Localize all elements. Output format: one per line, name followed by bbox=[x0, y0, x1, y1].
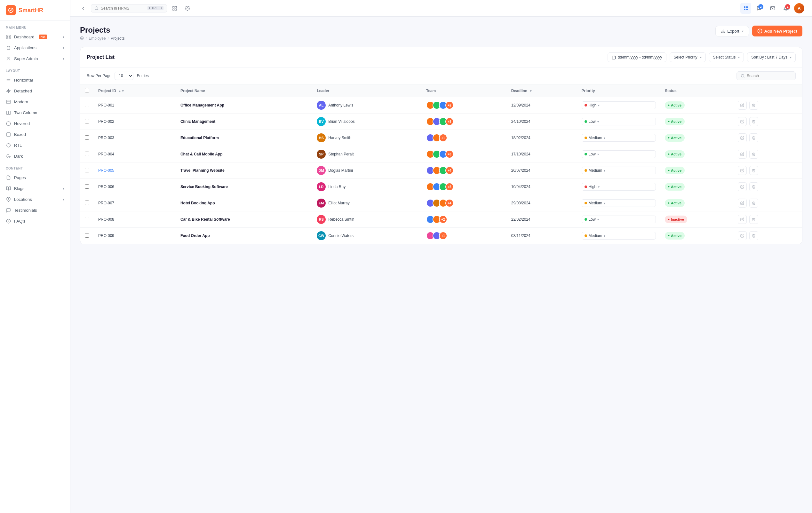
messages-button[interactable]: 2 bbox=[754, 3, 765, 14]
priority-dropdown[interactable]: Low ▾ bbox=[582, 118, 656, 125]
logo[interactable]: SmartHR bbox=[0, 0, 70, 21]
sort-filter-button[interactable]: Sort By : Last 7 Days ▾ bbox=[747, 53, 796, 62]
edit-button[interactable] bbox=[738, 231, 747, 240]
row-priority: Medium ▾ bbox=[577, 130, 661, 146]
priority-chevron: ▾ bbox=[598, 185, 600, 189]
row-actions-cell bbox=[733, 162, 802, 179]
leader-name: Harvey Smith bbox=[328, 135, 351, 140]
topbar-grid-button[interactable] bbox=[740, 3, 751, 14]
priority-filter-button[interactable]: Select Priority ▾ bbox=[670, 53, 706, 62]
sidebar-item-blogs[interactable]: Blogs ▾ bbox=[0, 183, 70, 194]
edit-button[interactable] bbox=[738, 150, 747, 159]
status-badge: Active bbox=[665, 232, 685, 240]
sidebar-item-dashboard[interactable]: Dashboard Hot ▾ bbox=[0, 31, 70, 42]
row-per-page-select[interactable]: 10 25 50 100 bbox=[115, 72, 134, 80]
sidebar-item-locations[interactable]: Locations ▾ bbox=[0, 194, 70, 205]
project-list-card: Project List dd/mm/yyyy - dd/mm/yyyy Sel… bbox=[80, 47, 803, 244]
row-checkbox[interactable] bbox=[85, 201, 89, 205]
sidebar-item-testimonials[interactable]: Testimonials bbox=[0, 205, 70, 216]
delete-button[interactable] bbox=[749, 215, 758, 224]
row-deadline: 12/09/2024 bbox=[507, 97, 577, 114]
sidebar-item-super-admin-label: Super Admin bbox=[14, 56, 38, 61]
priority-chevron: ▾ bbox=[598, 103, 600, 107]
status-filter-button[interactable]: Select Status ▾ bbox=[709, 53, 744, 62]
delete-button[interactable] bbox=[749, 166, 758, 175]
svg-point-25 bbox=[187, 8, 188, 9]
sidebar-item-dark[interactable]: Dark bbox=[0, 151, 70, 161]
edit-button[interactable] bbox=[738, 101, 747, 110]
priority-dropdown[interactable]: Medium ▾ bbox=[582, 167, 656, 174]
row-checkbox[interactable] bbox=[85, 184, 89, 189]
row-status: Active bbox=[660, 179, 733, 195]
delete-button[interactable] bbox=[749, 133, 758, 142]
sidebar-item-detached[interactable]: Detached bbox=[0, 85, 70, 96]
project-table-wrapper: Project ID ▲▼ Project Name Leader Team D… bbox=[80, 85, 802, 244]
sidebar-item-rtl-label: RTL bbox=[14, 143, 22, 148]
project-id-sort-icon[interactable]: ▲▼ bbox=[118, 89, 124, 93]
testimonials-icon bbox=[6, 208, 11, 213]
select-all-checkbox[interactable] bbox=[85, 88, 89, 92]
sidebar-item-pages[interactable]: Pages bbox=[0, 172, 70, 183]
sidebar-item-horizontal[interactable]: Horizontal bbox=[0, 74, 70, 85]
grid-view-button[interactable] bbox=[170, 3, 180, 13]
settings-button[interactable] bbox=[182, 3, 193, 13]
row-status: Active bbox=[660, 130, 733, 146]
row-priority: Medium ▾ bbox=[577, 228, 661, 244]
priority-dropdown[interactable]: Medium ▾ bbox=[582, 134, 656, 142]
notifications-button[interactable]: 1 bbox=[781, 3, 791, 14]
row-checkbox[interactable] bbox=[85, 135, 89, 140]
sidebar-item-hovered[interactable]: Hovered bbox=[0, 118, 70, 129]
svg-rect-26 bbox=[744, 6, 746, 8]
edit-button[interactable] bbox=[738, 199, 747, 208]
table-search-input[interactable] bbox=[747, 73, 791, 78]
sidebar-item-super-admin[interactable]: Super Admin ▾ bbox=[0, 53, 70, 64]
row-checkbox[interactable] bbox=[85, 103, 89, 107]
delete-button[interactable] bbox=[749, 117, 758, 126]
add-icon bbox=[757, 28, 762, 34]
avatar[interactable]: A bbox=[794, 3, 804, 13]
row-deadline: 29/08/2024 bbox=[507, 195, 577, 211]
delete-button[interactable] bbox=[749, 150, 758, 159]
edit-button[interactable] bbox=[738, 182, 747, 191]
sidebar-item-boxed[interactable]: Boxed bbox=[0, 129, 70, 140]
row-checkbox[interactable] bbox=[85, 217, 89, 221]
sidebar-item-rtl[interactable]: RTL bbox=[0, 140, 70, 151]
delete-button[interactable] bbox=[749, 199, 758, 208]
priority-dropdown[interactable]: Medium ▾ bbox=[582, 232, 656, 240]
row-checkbox-cell bbox=[80, 114, 94, 130]
priority-dropdown[interactable]: Low ▾ bbox=[582, 150, 656, 158]
edit-button[interactable] bbox=[738, 133, 747, 142]
priority-dropdown[interactable]: High ▾ bbox=[582, 101, 656, 109]
search-input[interactable] bbox=[101, 6, 146, 10]
sidebar-item-applications[interactable]: Applications ▾ bbox=[0, 42, 70, 53]
sidebar-item-two-column[interactable]: Two Column bbox=[0, 107, 70, 118]
add-project-button[interactable]: Add New Project bbox=[752, 26, 803, 36]
row-checkbox[interactable] bbox=[85, 233, 89, 238]
row-checkbox[interactable] bbox=[85, 119, 89, 123]
locations-icon bbox=[6, 197, 11, 202]
delete-button[interactable] bbox=[749, 231, 758, 240]
sidebar-item-modern[interactable]: Modern bbox=[0, 96, 70, 107]
date-filter-button[interactable]: dd/mm/yyyy - dd/mm/yyyy bbox=[608, 53, 666, 62]
priority-dropdown[interactable]: Low ▾ bbox=[582, 216, 656, 223]
priority-dropdown[interactable]: Medium ▾ bbox=[582, 199, 656, 207]
table-row: PRO-009 Food Order App CW Connie Waters … bbox=[80, 228, 802, 244]
sidebar-item-horizontal-label: Horizontal bbox=[14, 78, 33, 83]
delete-button[interactable] bbox=[749, 182, 758, 191]
project-table: Project ID ▲▼ Project Name Leader Team D… bbox=[80, 85, 802, 244]
sidebar-item-faqs[interactable]: FAQ's bbox=[0, 216, 70, 227]
edit-button[interactable] bbox=[738, 117, 747, 126]
delete-button[interactable] bbox=[749, 101, 758, 110]
row-checkbox[interactable] bbox=[85, 168, 89, 172]
priority-dropdown[interactable]: High ▾ bbox=[582, 183, 656, 191]
nav-back-button[interactable] bbox=[78, 3, 88, 13]
deadline-sort-icon[interactable]: ▼ bbox=[529, 89, 532, 93]
row-project-name: Educational Platform bbox=[176, 130, 312, 146]
row-checkbox[interactable] bbox=[85, 152, 89, 156]
export-button[interactable]: Export ▾ bbox=[715, 26, 749, 36]
email-button[interactable] bbox=[767, 3, 778, 14]
edit-button[interactable] bbox=[738, 215, 747, 224]
row-project-id: PRO-007 bbox=[94, 195, 176, 211]
edit-button[interactable] bbox=[738, 166, 747, 175]
team-avatars: +1 bbox=[426, 232, 502, 240]
